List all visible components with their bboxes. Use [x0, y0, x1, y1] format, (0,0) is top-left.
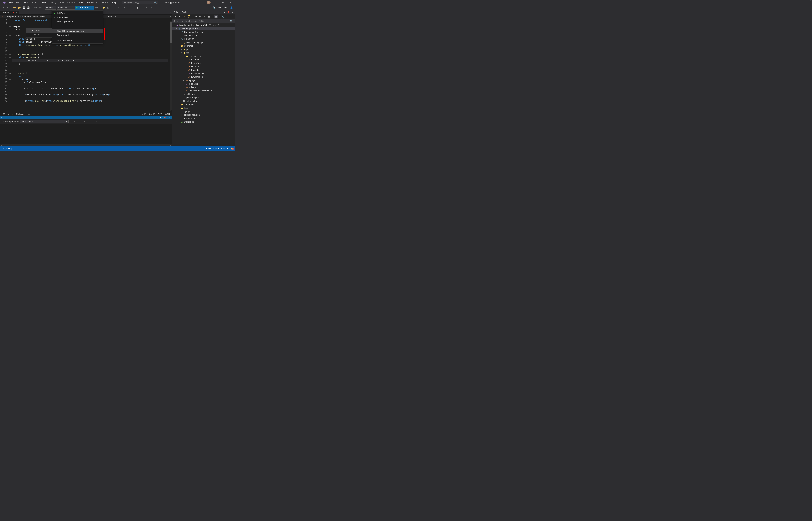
output-toggle-1[interactable]: ⇥ [78, 120, 81, 123]
menu-iis-express-1[interactable]: ▶ IIS Express [52, 11, 103, 15]
tree-item[interactable]: ▾⊞WebApplication4 [172, 27, 235, 30]
menu-analyze[interactable]: Analyze [65, 1, 76, 5]
vertical-scrollbar[interactable]: ▲ ▼ [170, 18, 172, 112]
sol-preview-button[interactable]: ▤ [214, 15, 218, 18]
menu-project[interactable]: Project [30, 1, 40, 5]
menu-tools[interactable]: Tools [77, 1, 85, 5]
sol-pending-button[interactable]: ⟳▾ [194, 15, 197, 18]
tree-item[interactable]: 🔗Connected Services [172, 30, 235, 34]
sol-fwd-button[interactable]: ► [178, 15, 182, 18]
comment-button[interactable]: ≡ [127, 6, 130, 10]
next-bookmark-button[interactable]: » [144, 6, 148, 10]
menu-more-emulators[interactable]: More Emulators… [52, 39, 103, 43]
solution-explorer-header[interactable]: Solution Explorer ▾ 📌 ✕ [172, 10, 235, 14]
expand-icon[interactable]: ▾ [178, 38, 180, 40]
menu-webapp4[interactable]: WebApplication4 [52, 20, 103, 24]
menu-test[interactable]: Test [58, 1, 65, 5]
format-button[interactable]: ≣ [113, 6, 117, 10]
sol-home-button[interactable]: ⌂ [182, 15, 186, 18]
tree-item[interactable]: ▸JSApp.js [172, 79, 235, 82]
solution-search-input[interactable]: Search Solution Explorer (Ctrl+;) 🔍▾ [172, 19, 235, 23]
output-hscroll[interactable]: ◀▶ [0, 144, 172, 146]
expand-icon[interactable]: ▸ [178, 114, 180, 116]
tree-item[interactable]: M↓README.md [172, 99, 235, 103]
menu-iis-express-2[interactable]: ✓ IIS Express [52, 15, 103, 20]
config-dropdown[interactable]: Debug [45, 6, 56, 10]
menu-extensions[interactable]: Extensions [85, 1, 99, 5]
member-dropdown[interactable]: currentCount [105, 15, 117, 18]
sol-properties-button[interactable]: — [225, 15, 229, 18]
solution-tree[interactable]: ▾▣Solution 'WebApplication4' (1 of 1 pro… [172, 23, 235, 146]
tree-item[interactable]: C#Program.cs [172, 117, 235, 120]
output-toggle-2[interactable]: ⇥ [83, 120, 86, 123]
expand-icon[interactable]: ▸ [180, 48, 182, 50]
save-all-button[interactable]: 💾 [26, 6, 30, 10]
menu-view[interactable]: View [22, 1, 30, 5]
expand-icon[interactable]: ▸ [183, 80, 185, 81]
panel-dropdown-button[interactable]: ▾ [223, 11, 226, 14]
prev-bookmark-button[interactable]: « [140, 6, 144, 10]
open-button[interactable]: 📂 [18, 6, 21, 10]
menu-browse-with[interactable]: Browse With… [52, 33, 103, 37]
panel-close-button[interactable]: ✕ [231, 11, 233, 14]
tree-item[interactable]: ▾📁ClientApp [172, 44, 235, 48]
refresh-button[interactable]: ⟳▾ [95, 6, 99, 10]
indent-more-button[interactable]: ⇥ [122, 6, 126, 10]
undo-button[interactable]: ↶▾ [33, 6, 37, 10]
tree-item[interactable]: ▸∷Dependencies [172, 34, 235, 37]
menu-script-debugging[interactable]: Script Debugging (Enabled) [52, 29, 103, 33]
line-indicator[interactable]: Ln: 14 [140, 113, 146, 115]
sol-collapse-button[interactable]: ⊟ [203, 15, 206, 18]
expand-icon[interactable]: ▾ [183, 55, 185, 57]
tree-item[interactable]: JSNavMenu.js [172, 75, 235, 79]
tree-item[interactable]: ▫.gitignore [172, 110, 235, 113]
output-wrap-button[interactable]: ≣ [90, 120, 94, 123]
tree-item[interactable]: JSindex.js [172, 86, 235, 89]
notifications-button[interactable]: 🔔 1 [230, 147, 233, 150]
uncomment-button[interactable]: ≡ [131, 6, 135, 10]
menu-file[interactable]: File [7, 1, 15, 5]
tree-item[interactable]: ▸📁public [172, 48, 235, 51]
tree-item[interactable]: ▾🔧Properties [172, 37, 235, 41]
tree-item[interactable]: {}launchSettings.json [172, 41, 235, 44]
tree-item[interactable]: ▸{}package.json [172, 96, 235, 99]
fold-gutter[interactable]: ⊟⊟⊟⊟⊟⊟ [9, 18, 12, 112]
tab-counter-js[interactable]: Counter.js 📌 ✕ [0, 10, 19, 14]
output-source-dropdown[interactable]: IntelliSense ▾ [20, 120, 69, 123]
indent-less-button[interactable]: ⇤ [118, 6, 121, 10]
tree-item[interactable]: ▾📁src [172, 51, 235, 54]
close-tab-icon[interactable]: ✕ [16, 11, 17, 14]
expand-icon[interactable]: ▾ [178, 45, 180, 47]
output-body[interactable]: ◀▶ [0, 124, 172, 146]
col-indicator[interactable]: Ch: 48 [149, 113, 155, 115]
tree-item[interactable]: JSLayout.js [172, 68, 235, 72]
expand-icon[interactable]: ▾ [175, 28, 178, 29]
menu-help[interactable]: Help [110, 1, 118, 5]
pin-icon[interactable]: 📌 [13, 12, 15, 14]
user-avatar[interactable] [207, 1, 211, 4]
expand-icon[interactable]: ▸ [178, 104, 180, 106]
submenu-disabled[interactable]: Disabled [26, 32, 52, 37]
sol-wrench-button[interactable]: 🔧 [221, 15, 224, 18]
tree-item[interactable]: ▸📁Controllers [172, 103, 235, 106]
menu-debug[interactable]: Debug [48, 1, 58, 5]
sol-showall-button[interactable]: ▦ [207, 15, 211, 18]
tree-item[interactable]: ▾📁components [172, 54, 235, 58]
tabs-overflow-button[interactable]: ▾ [168, 10, 172, 14]
issues-text[interactable]: No issues found [16, 113, 30, 115]
expand-icon[interactable]: ▸ [180, 97, 182, 98]
scope-dropdown[interactable]: WebApplication4 JavaScript Content Files [4, 15, 45, 18]
live-share-button[interactable]: 📡 Live Share [213, 6, 227, 9]
indent-indicator[interactable]: SPC [158, 113, 162, 115]
output-panel-header[interactable]: Output ▾ 📌 ✕ [0, 116, 172, 119]
browser-button[interactable]: 📁 [102, 6, 106, 10]
save-button[interactable]: 💾 [22, 6, 26, 10]
quick-search-input[interactable]: Search (Ctrl+Q) 🔍 [122, 1, 158, 4]
panel-close-button[interactable]: ✕ [168, 116, 171, 119]
run-target-dropdown[interactable] [91, 6, 93, 9]
menu-build[interactable]: Build [40, 1, 48, 5]
sol-back-button[interactable]: ◄ [173, 15, 177, 18]
tree-item[interactable]: C#Startup.cs [172, 120, 235, 123]
nav-fwd-button[interactable]: ► [6, 6, 10, 10]
output-clear-all-button[interactable]: ✕≣ [95, 120, 98, 123]
